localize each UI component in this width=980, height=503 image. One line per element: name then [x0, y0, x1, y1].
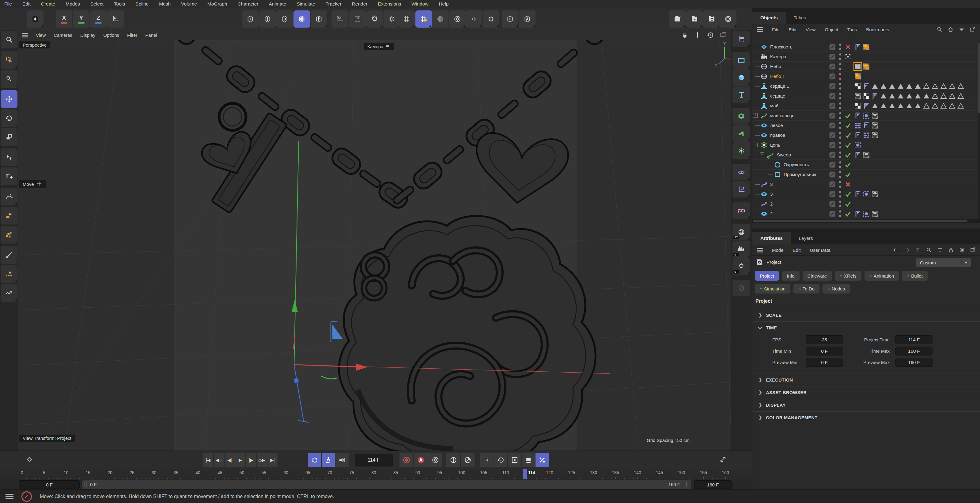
selection-tag-icon[interactable] [914, 83, 921, 90]
next-key-button[interactable]: ◇▶ [257, 453, 267, 467]
menu-simulate[interactable]: Simulate [296, 1, 315, 7]
record-keyframe-button[interactable] [399, 453, 414, 467]
go-to-start-button[interactable]: |◀ [203, 453, 213, 467]
object-row[interactable]: 2 [752, 199, 980, 209]
visibility-dots[interactable] [839, 201, 841, 208]
position-key-toggle[interactable] [446, 453, 460, 467]
enable-state-icon[interactable] [844, 122, 852, 129]
forward-arrow-icon[interactable] [904, 247, 910, 253]
layer-pencil-icon[interactable] [829, 151, 836, 158]
selection-tag-outline-icon[interactable] [957, 92, 964, 100]
visibility-dots[interactable] [839, 73, 841, 80]
enable-state-icon[interactable] [844, 210, 852, 217]
lock-x-axis-button[interactable]: X [56, 10, 72, 27]
autokey-button[interactable] [414, 453, 428, 467]
filter-icon[interactable] [937, 247, 943, 253]
rotation-key-toggle[interactable] [461, 453, 475, 467]
selection-tag-icon[interactable] [888, 102, 896, 110]
tag-flag-icon[interactable] [871, 92, 878, 100]
grid-button[interactable] [398, 10, 415, 27]
object-name[interactable]: май кольцо [770, 113, 794, 118]
volume-button[interactable] [336, 453, 349, 467]
menu-window[interactable]: Window [411, 1, 428, 7]
objects-menu-edit[interactable]: Edit [789, 27, 797, 32]
layer-pencil-icon[interactable] [829, 63, 836, 70]
points-mode-button[interactable] [242, 10, 259, 27]
menu-modes[interactable]: Modes [65, 1, 80, 7]
layer-pencil-icon[interactable] [829, 83, 836, 90]
tag-phong-icon[interactable] [863, 210, 870, 217]
group-header[interactable]: ❯TIME [759, 326, 980, 331]
selection-tag-icon[interactable] [880, 92, 887, 100]
layer-pencil-icon[interactable] [829, 132, 836, 139]
attribute-tab-info[interactable]: Info [782, 271, 800, 281]
selection-tag-outline-icon[interactable] [931, 92, 939, 100]
quantize-button[interactable] [415, 10, 432, 27]
tag-phong-icon[interactable] [863, 190, 870, 198]
objects-menu-tags[interactable]: Tags [847, 27, 857, 32]
object-row[interactable]: левое [752, 121, 980, 130]
enable-state-icon[interactable] [844, 43, 852, 51]
attributes-menu-icon[interactable] [757, 248, 763, 252]
selection-tag-icon[interactable] [880, 83, 887, 90]
object-row[interactable]: 3 [752, 189, 980, 199]
object-row[interactable]: 3 [752, 179, 980, 189]
selection-tag-outline-icon[interactable] [948, 102, 956, 110]
lock-z-axis-button[interactable]: Z [90, 10, 107, 27]
visibility-dots[interactable] [839, 63, 841, 70]
orbit-view-icon[interactable] [707, 31, 714, 38]
tab-attributes[interactable]: Attributes [752, 232, 791, 244]
layer-pencil-icon[interactable] [829, 73, 836, 80]
attributes-menu-user-data[interactable]: User Data [810, 248, 830, 253]
sky-object-button[interactable]: ST [732, 224, 750, 241]
object-name[interactable]: Прямоугольник [784, 172, 816, 177]
tag-flag-icon[interactable] [863, 102, 870, 110]
menu-volume[interactable]: Volume [181, 1, 197, 7]
view-name-label[interactable]: Perspective [19, 42, 50, 48]
selection-tag-outline-icon[interactable] [948, 83, 956, 90]
next-frame-button[interactable]: |▶ [246, 453, 256, 467]
polygons-mode-button[interactable] [276, 10, 293, 27]
objects-menu-icon[interactable] [757, 27, 763, 32]
selection-tag-icon[interactable] [888, 83, 896, 90]
search-icon[interactable] [937, 26, 943, 32]
modeling-settings-button[interactable] [449, 10, 466, 27]
layer-pencil-icon[interactable] [829, 112, 836, 119]
layer-pencil-icon[interactable] [829, 53, 836, 61]
tag-flag-icon[interactable] [854, 43, 861, 51]
selection-tag-outline-icon[interactable] [957, 83, 964, 90]
viewport-menu-icon[interactable] [22, 33, 28, 37]
tag-array-icon[interactable] [854, 122, 861, 129]
menu-mesh[interactable]: Mesh [159, 1, 171, 7]
cube-primitive-button[interactable] [732, 69, 750, 86]
object-row[interactable]: Небо [752, 62, 980, 72]
menu-select[interactable]: Select [91, 1, 103, 7]
layer-pencil-icon[interactable] [829, 122, 836, 129]
spline-smooth-tool[interactable] [1, 284, 18, 302]
viewport-menu-filter[interactable]: Filter [127, 32, 137, 38]
playhead[interactable] [523, 469, 527, 480]
tag-compositing-icon[interactable] [854, 63, 861, 70]
model-mode-button[interactable] [293, 10, 310, 27]
text-object-button[interactable] [732, 86, 750, 103]
render-view-button[interactable] [669, 10, 686, 27]
popout-icon[interactable] [970, 247, 976, 253]
selection-tag-icon[interactable] [897, 92, 904, 100]
record-parameter-toggle[interactable] [508, 453, 522, 467]
enable-state-icon[interactable] [844, 141, 852, 149]
menu-animate[interactable]: Animate [269, 1, 286, 7]
selection-tag-icon[interactable] [914, 102, 921, 110]
brush-tool[interactable] [1, 246, 18, 264]
object-name[interactable]: Sweep [777, 152, 791, 157]
visibility-dots[interactable] [839, 142, 841, 149]
object-name[interactable]: левое [770, 123, 783, 128]
enable-state-icon[interactable] [844, 53, 852, 61]
axis-center-button[interactable] [502, 10, 518, 27]
objects-menu-file[interactable]: File [772, 27, 780, 32]
go-to-end-button[interactable]: ▶| [267, 453, 278, 467]
loop-playback-button[interactable] [308, 453, 321, 467]
menu-create[interactable]: Create [41, 1, 56, 7]
object-row[interactable]: Плоскость [752, 42, 980, 52]
tag-sphere-orange-icon[interactable] [854, 73, 861, 80]
line-cut-tool[interactable] [1, 265, 18, 283]
